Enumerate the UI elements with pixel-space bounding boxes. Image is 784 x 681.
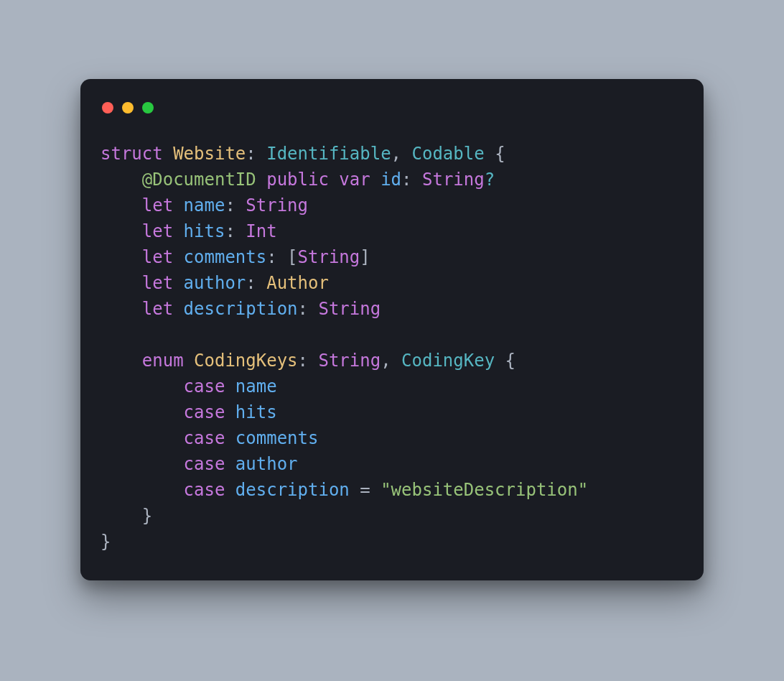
colon: : [298, 299, 308, 319]
prop-id: id [381, 170, 401, 190]
case-author: author [235, 454, 298, 474]
prop-comments: comments [184, 247, 267, 267]
close-brace: } [142, 506, 152, 526]
attr-documentid: @DocumentID [142, 170, 256, 190]
code-window: struct Website: Identifiable, Codable { … [80, 79, 704, 580]
kw-var: var [339, 170, 370, 190]
struct-name: Website [173, 144, 246, 164]
colon: : [266, 247, 276, 267]
case-name: name [235, 376, 277, 397]
kw-case: case [184, 402, 225, 422]
kw-enum: enum [142, 351, 184, 371]
colon: : [225, 195, 235, 216]
prop-author: author [184, 273, 246, 293]
optional-mark: ? [485, 170, 495, 190]
colon: : [225, 221, 235, 241]
code-block: struct Website: Identifiable, Codable { … [101, 141, 683, 555]
kw-let: let [142, 273, 173, 293]
type-string: String [318, 299, 381, 319]
close-icon[interactable] [102, 102, 113, 114]
prop-name: name [184, 195, 225, 216]
equals: = [360, 480, 370, 500]
enum-rawtype: String [318, 351, 381, 371]
prop-description: description [184, 299, 298, 319]
kw-let: let [142, 247, 173, 267]
type-int: Int [246, 221, 276, 241]
open-brace: { [495, 144, 505, 164]
kw-public: public [266, 170, 329, 190]
kw-case: case [184, 428, 225, 448]
type-string: String [246, 195, 308, 216]
protocol-identifiable: Identifiable [266, 144, 391, 164]
minimize-icon[interactable] [122, 102, 134, 114]
kw-let: let [142, 299, 173, 319]
protocol-codable: Codable [412, 144, 485, 164]
colon: : [246, 273, 256, 293]
kw-let: let [142, 221, 173, 241]
prop-hits: hits [184, 221, 225, 241]
close-brace: } [101, 532, 111, 552]
type-string: String [298, 247, 360, 267]
zoom-icon[interactable] [142, 102, 154, 114]
rbracket: ] [360, 247, 370, 267]
kw-case: case [184, 376, 225, 397]
colon: : [246, 144, 256, 164]
enum-name: CodingKeys [194, 351, 298, 371]
protocol-codingkey: CodingKey [401, 351, 495, 371]
kw-let: let [142, 195, 173, 216]
kw-case: case [184, 454, 225, 474]
window-controls [101, 99, 683, 114]
open-brace: { [505, 351, 515, 371]
colon: : [401, 170, 411, 190]
case-hits: hits [235, 402, 277, 422]
comma: , [391, 144, 401, 164]
type-author: Author [266, 273, 329, 293]
case-description: description [235, 480, 350, 500]
kw-case: case [184, 480, 225, 500]
kw-struct: struct [101, 144, 163, 164]
case-comments: comments [235, 428, 319, 448]
comma: , [381, 351, 391, 371]
lbracket: [ [287, 247, 297, 267]
type-string: String [422, 170, 485, 190]
case-description-raw: "websiteDescription" [381, 480, 588, 500]
colon: : [298, 351, 308, 371]
